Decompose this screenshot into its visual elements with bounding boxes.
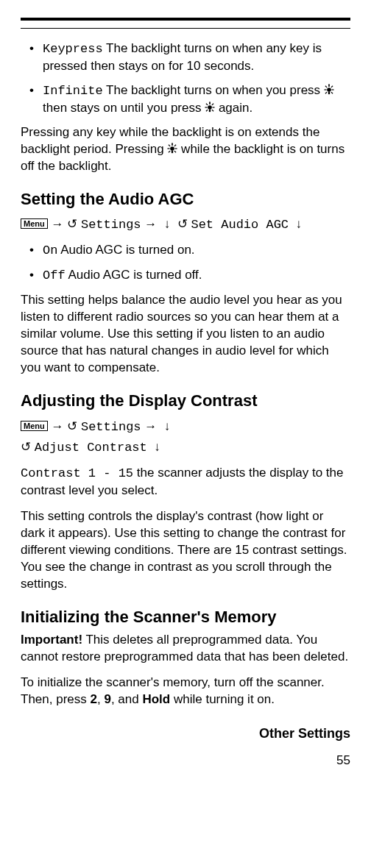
key-2: 2	[91, 692, 97, 706]
page-rule-thin	[21, 28, 350, 29]
init-important: Important! This deletes all preprogramme…	[21, 632, 350, 666]
key-hold: Hold	[142, 692, 170, 706]
range-label: Contrast 1	[21, 466, 96, 480]
contrast-range-line: Contrast 1 - 15 the scanner adjusts the …	[21, 465, 350, 499]
arrow-down-icon: ↓	[154, 440, 160, 454]
contrast-paragraph: This setting controls the display's cont…	[21, 508, 350, 593]
arrow-down-icon: ↓	[296, 217, 303, 231]
agc-paragraph: This setting helps balance the audio lev…	[21, 292, 350, 377]
section-heading-agc: Setting the Audio AGC	[21, 188, 350, 210]
list-item: On Audio AGC is turned on.	[34, 242, 350, 260]
text: ,	[97, 692, 104, 706]
light-icon	[205, 102, 215, 113]
text: while turning it on.	[170, 692, 275, 706]
option-desc-part: then stays on until you press	[43, 101, 205, 115]
arrow-down-icon: ↓	[164, 217, 171, 231]
arrow-right-icon: →	[144, 419, 157, 433]
section-heading-contrast: Adjusting the Display Contrast	[21, 390, 350, 412]
backlight-paragraph: Pressing any key while the backlight is …	[21, 124, 350, 175]
range-end: 15	[119, 466, 133, 480]
backlight-options-list: Keypress The backlight turns on when any…	[21, 40, 350, 117]
rotate-icon: ↺	[21, 440, 31, 454]
option-desc: Audio AGC is turned off.	[66, 268, 202, 282]
page-rule-thick	[21, 18, 350, 21]
list-item: Off Audio AGC is turned off.	[34, 267, 350, 285]
footer-section-title: Other Settings	[21, 725, 350, 742]
option-desc: Audio AGC is turned on.	[57, 243, 194, 257]
section-heading-init: Initializing the Scanner's Memory	[21, 606, 350, 628]
light-icon	[167, 143, 177, 154]
range-sep: -	[96, 466, 119, 480]
init-instructions: To initialize the scanner's memory, turn…	[21, 675, 350, 708]
option-desc-part: again.	[215, 101, 252, 115]
nav-item: Adjust Contrast	[35, 441, 147, 455]
key-9: 9	[104, 692, 110, 706]
list-item: Infinite The backlight turns on when you…	[34, 82, 350, 117]
agc-options-list: On Audio AGC is turned on. Off Audio AGC…	[21, 242, 350, 285]
arrow-right-icon: →	[144, 217, 157, 231]
important-label: Important!	[21, 633, 82, 647]
rotate-icon: ↺	[67, 419, 77, 433]
list-item: Keypress The backlight turns on when any…	[34, 40, 350, 75]
option-desc-part: The backlight turns on when you press	[103, 83, 324, 97]
nav-path-agc: Menu → ↺ Settings → ↓ ↺ Set Audio AGC ↓	[21, 214, 350, 235]
arrow-down-icon: ↓	[164, 419, 171, 433]
rotate-icon: ↺	[67, 217, 77, 231]
arrow-right-icon: →	[51, 217, 63, 231]
menu-button-icon: Menu	[21, 218, 48, 229]
option-term: Keypress	[43, 42, 103, 56]
nav-item: Settings	[81, 218, 141, 232]
menu-button-icon: Menu	[21, 421, 48, 431]
option-term: Infinite	[43, 84, 103, 98]
text: , and	[111, 692, 143, 706]
option-term: On	[43, 243, 57, 257]
light-icon	[324, 84, 334, 96]
page-number: 55	[21, 753, 350, 769]
nav-item: Settings	[81, 420, 141, 434]
rotate-icon: ↺	[177, 217, 188, 231]
nav-item: Set Audio AGC	[191, 218, 289, 232]
arrow-right-icon: →	[51, 419, 63, 433]
nav-path-contrast: Menu → ↺ Settings → ↓ ↺ Adjust Contrast …	[21, 416, 350, 458]
option-term: Off	[43, 268, 66, 282]
